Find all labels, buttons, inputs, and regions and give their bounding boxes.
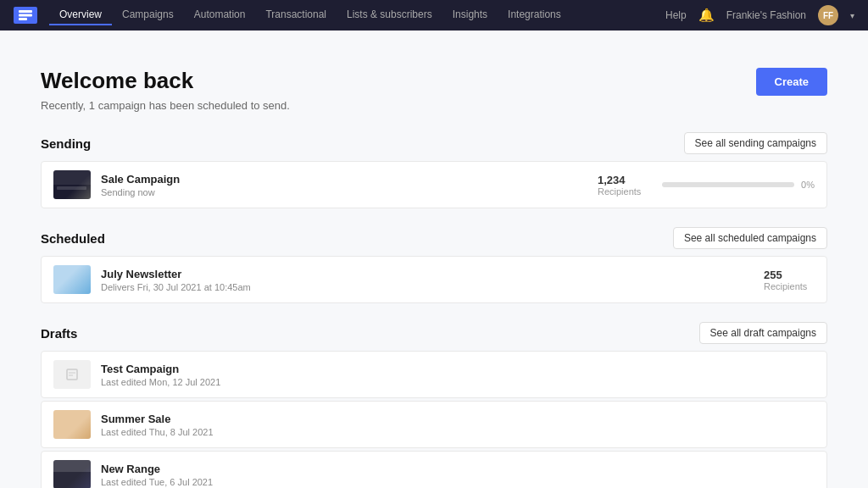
scheduled-section: Scheduled See all scheduled campaigns Ju… (41, 227, 827, 303)
drafts-see-all-button[interactable]: See all draft campaigns (699, 322, 827, 344)
svg-rect-1 (19, 14, 32, 17)
progress-pct: 0% (801, 180, 815, 190)
nav-dropdown-icon[interactable]: ▾ (850, 11, 854, 20)
campaign-info: July Newsletter Delivers Fri, 30 Jul 202… (101, 268, 754, 292)
campaign-info: New Range Last edited Tue, 6 Jul 2021 (101, 463, 815, 487)
nav-bell-icon[interactable]: 🔔 (698, 8, 715, 23)
scheduled-section-header: Scheduled See all scheduled campaigns (41, 227, 827, 249)
sending-section-header: Sending See all sending campaigns (41, 132, 827, 154)
campaign-meta: Sending now (101, 187, 587, 197)
nav-right: Help 🔔 Frankie's Fashion FF ▾ (665, 5, 854, 25)
main-content: Welcome back Recently, 1 campaign has be… (0, 30, 868, 488)
progress-bar (662, 182, 794, 187)
campaign-row: Summer Sale Last edited Thu, 8 Jul 2021 (41, 401, 827, 448)
nav-link-lists[interactable]: Lists & subscribers (337, 5, 442, 25)
campaign-name: Summer Sale (101, 413, 815, 425)
campaign-meta: Last edited Tue, 6 Jul 2021 (101, 477, 815, 487)
recipients-stat: 255 Recipients (764, 269, 815, 291)
nav-link-campaigns[interactable]: Campaigns (112, 5, 184, 25)
campaign-meta: Last edited Thu, 8 Jul 2021 (101, 427, 815, 437)
nav-bar: Overview Campaigns Automation Transactio… (0, 0, 868, 30)
drafts-section: Drafts See all draft campaigns Test Camp… (41, 322, 827, 488)
nav-brand-name: Frankie's Fashion (726, 9, 806, 21)
nav-help[interactable]: Help (665, 9, 687, 21)
campaign-thumb (53, 410, 91, 439)
create-button[interactable]: Create (756, 68, 827, 96)
progress-bar-wrap: 0% (662, 180, 815, 190)
page-subtitle: Recently, 1 campaign has been scheduled … (41, 99, 290, 112)
campaign-row: July Newsletter Delivers Fri, 30 Jul 202… (41, 256, 827, 303)
campaign-thumb (53, 265, 91, 294)
campaign-row: Test Campaign Last edited Mon, 12 Jul 20… (41, 351, 827, 398)
recipients-label: Recipients (598, 186, 648, 197)
campaign-row: Sale Campaign Sending now 1,234 Recipien… (41, 161, 827, 208)
campaign-name: New Range (101, 463, 815, 475)
campaign-stats: 255 Recipients (764, 269, 815, 291)
scheduled-see-all-button[interactable]: See all scheduled campaigns (673, 227, 827, 249)
campaign-thumb (53, 360, 91, 389)
svg-rect-3 (67, 369, 77, 380)
recipients-value: 255 (764, 269, 815, 281)
page-title: Welcome back (41, 68, 290, 94)
page-header-text: Welcome back Recently, 1 campaign has be… (41, 68, 290, 112)
campaign-stats: 1,234 Recipients 0% (598, 174, 815, 197)
campaign-name: July Newsletter (101, 268, 754, 280)
nav-link-automation[interactable]: Automation (184, 5, 256, 25)
campaign-name: Sale Campaign (101, 173, 587, 186)
svg-rect-0 (19, 10, 32, 13)
drafts-section-header: Drafts See all draft campaigns (41, 322, 827, 344)
recipients-value: 1,234 (598, 174, 648, 186)
nav-logo (14, 7, 37, 24)
campaign-thumb (53, 460, 91, 488)
campaign-name: Test Campaign (101, 363, 815, 375)
sending-section-title: Sending (41, 136, 91, 151)
nav-link-overview[interactable]: Overview (49, 5, 112, 25)
campaign-meta: Delivers Fri, 30 Jul 2021 at 10:45am (101, 282, 754, 292)
campaign-row: New Range Last edited Tue, 6 Jul 2021 (41, 451, 827, 488)
nav-link-transactional[interactable]: Transactional (255, 5, 337, 25)
campaign-meta: Last edited Mon, 12 Jul 2021 (101, 377, 815, 387)
nav-link-integrations[interactable]: Integrations (498, 5, 571, 25)
nav-link-insights[interactable]: Insights (442, 5, 498, 25)
drafts-section-title: Drafts (41, 326, 77, 341)
nav-links: Overview Campaigns Automation Transactio… (49, 5, 665, 25)
svg-rect-2 (19, 18, 27, 20)
sending-see-all-button[interactable]: See all sending campaigns (684, 132, 827, 154)
sending-section: Sending See all sending campaigns Sale C… (41, 132, 827, 208)
campaign-info: Sale Campaign Sending now (101, 173, 587, 197)
page-header: Welcome back Recently, 1 campaign has be… (41, 68, 827, 112)
scheduled-section-title: Scheduled (41, 231, 105, 246)
recipients-stat: 1,234 Recipients (598, 174, 648, 197)
nav-avatar[interactable]: FF (818, 5, 838, 25)
campaign-info: Test Campaign Last edited Mon, 12 Jul 20… (101, 363, 815, 387)
campaign-thumb (53, 170, 91, 199)
campaign-info: Summer Sale Last edited Thu, 8 Jul 2021 (101, 413, 815, 437)
recipients-label: Recipients (764, 281, 815, 291)
